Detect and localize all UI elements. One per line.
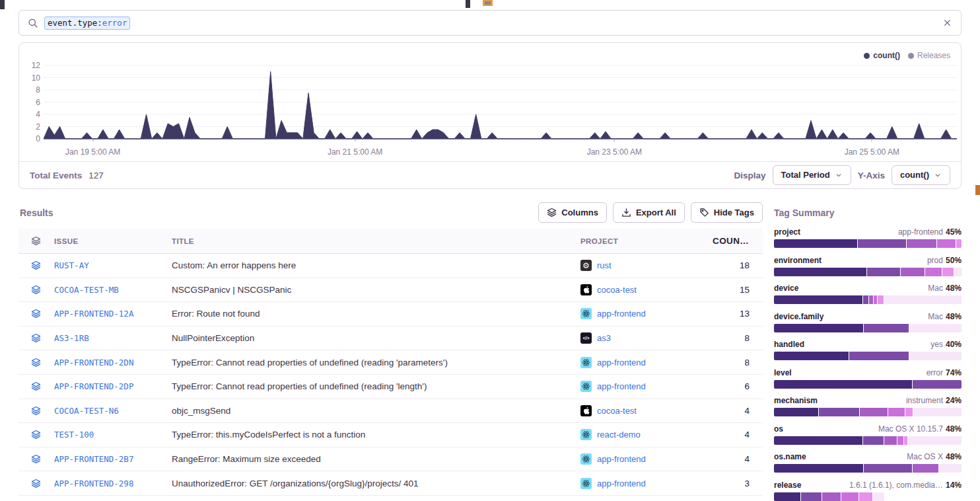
project-link[interactable]: ⚙rust <box>580 260 710 271</box>
tag-bar-segment[interactable] <box>954 268 962 276</box>
legend-item-releases[interactable]: Releases <box>908 51 950 60</box>
search-query-token[interactable]: event.type:error <box>44 17 130 30</box>
tag-bar-segment[interactable] <box>864 464 912 473</box>
column-header-count[interactable]: COUNT() ↓ <box>711 236 763 246</box>
project-link[interactable]: app-frontend <box>580 453 710 465</box>
issue-link[interactable]: COCOA-TEST-MB <box>54 285 119 295</box>
tag-bar-segment[interactable] <box>909 352 962 360</box>
tag-bar-segment[interactable] <box>897 436 903 445</box>
tag-bar-segment[interactable] <box>905 408 913 416</box>
issue-link[interactable]: COCOA-TEST-N6 <box>54 406 119 416</box>
legend-item-count[interactable]: count() <box>864 51 900 60</box>
tag-bar-segment[interactable] <box>909 324 962 332</box>
tag-bar-segment[interactable] <box>869 295 873 304</box>
tag-distribution-bar[interactable] <box>774 436 962 445</box>
yaxis-dropdown[interactable]: count() <box>892 165 950 185</box>
tag-distribution-bar[interactable] <box>774 408 962 416</box>
issue-link[interactable]: APP-FRONTEND-2DN <box>54 358 133 367</box>
tag-top-percent: 48% <box>946 424 962 434</box>
tag-bar-segment[interactable] <box>864 324 909 332</box>
project-link[interactable]: react-demo <box>580 429 710 440</box>
table-row: APP-FRONTEND-12AError: Route not foundap… <box>18 302 763 327</box>
tag-bar-segment[interactable] <box>860 408 888 416</box>
display-dropdown[interactable]: Total Period <box>773 165 851 185</box>
tag-bar-segment[interactable] <box>888 408 905 416</box>
project-link[interactable]: app-frontend <box>580 478 710 489</box>
search-bar[interactable]: event.type:error <box>18 10 962 36</box>
tag-distribution-bar[interactable] <box>774 239 962 248</box>
tag-bar-segment[interactable] <box>858 239 906 248</box>
issue-link[interactable]: APP-FRONTEND-12A <box>54 309 133 319</box>
tag-distribution-bar[interactable] <box>774 492 962 501</box>
tag-bar-segment[interactable] <box>907 239 936 248</box>
tag-bar-segment[interactable] <box>913 408 962 416</box>
tag-bar-segment[interactable] <box>774 436 862 445</box>
tag-bar-segment[interactable] <box>908 436 962 445</box>
tag-distribution-bar[interactable] <box>774 295 962 304</box>
tag-bar-segment[interactable] <box>937 239 956 248</box>
close-icon[interactable] <box>942 18 952 28</box>
project-link[interactable]: </>as3 <box>580 332 710 344</box>
tag-bar-segment[interactable] <box>801 492 822 501</box>
tag-bar-segment[interactable] <box>939 464 962 473</box>
tag-bar-segment[interactable] <box>884 436 897 445</box>
tag-bar-segment[interactable] <box>867 268 900 276</box>
tag-bar-segment[interactable] <box>925 268 942 276</box>
tag-bar-segment[interactable] <box>859 492 872 501</box>
tag-bar-segment[interactable] <box>774 324 863 332</box>
project-name: app-frontend <box>597 479 646 488</box>
tag-bar-segment[interactable] <box>878 295 883 304</box>
tag-bar-segment[interactable] <box>913 380 962 389</box>
tag-bar-segment[interactable] <box>904 436 908 445</box>
tag-bar-segment[interactable] <box>956 239 962 248</box>
issue-link[interactable]: TEST-100 <box>54 430 94 440</box>
tag-bar-segment[interactable] <box>849 352 909 360</box>
tag-bar-segment[interactable] <box>863 436 884 445</box>
hide-tags-button[interactable]: Hide Tags <box>691 202 763 223</box>
tag-distribution-bar[interactable] <box>774 324 962 332</box>
tag-distribution-bar[interactable] <box>774 380 962 389</box>
project-link[interactable]: cocoa-test <box>580 405 710 416</box>
tag-bar-segment[interactable] <box>774 295 862 304</box>
tag-bar-segment[interactable] <box>913 464 938 473</box>
tag-bar-segment[interactable] <box>774 408 818 416</box>
project-link[interactable]: app-frontend <box>580 357 710 368</box>
tag-bar-segment[interactable] <box>774 268 866 276</box>
results-heading: Results <box>20 208 53 218</box>
tag-bar-segment[interactable] <box>874 295 878 304</box>
issue-title: Custom: An error happens here <box>170 260 579 270</box>
project-link[interactable]: app-frontend <box>580 381 710 392</box>
column-header-project[interactable]: PROJECT <box>579 237 711 245</box>
issue-title: TypeError: Cannot read properties of und… <box>170 381 579 391</box>
tag-bar-segment[interactable] <box>774 239 857 248</box>
columns-button[interactable]: Columns <box>538 202 607 223</box>
project-link[interactable]: app-frontend <box>580 308 710 319</box>
tag-distribution-bar[interactable] <box>774 352 962 360</box>
tag-distribution-bar[interactable] <box>774 464 962 473</box>
tag-bar-segment[interactable] <box>822 492 841 501</box>
events-area-chart[interactable] <box>44 63 957 142</box>
tag-bar-segment[interactable] <box>819 408 859 416</box>
issue-link[interactable]: APP-FRONTEND-2DP <box>54 381 133 391</box>
tag-bar-segment[interactable] <box>841 492 858 501</box>
tag-bar-segment[interactable] <box>774 352 849 360</box>
issue-link[interactable]: APP-FRONTEND-2B7 <box>54 454 133 464</box>
tag-bar-segment[interactable] <box>942 268 954 276</box>
tag-bar-segment[interactable] <box>774 380 912 389</box>
tag-bar-segment[interactable] <box>901 268 925 276</box>
tag-bar-segment[interactable] <box>774 492 800 501</box>
column-header-title[interactable]: TITLE <box>170 237 579 245</box>
tag-top-value: 1.6.1 (1.6.1), com.media… <box>849 481 943 490</box>
tag-bar-segment[interactable] <box>873 492 884 501</box>
column-header-issue[interactable]: ISSUE <box>53 237 170 245</box>
export-all-button[interactable]: Export All <box>613 202 685 223</box>
button-label: Hide Tags <box>714 208 754 217</box>
project-link[interactable]: cocoa-test <box>580 284 710 295</box>
tag-distribution-bar[interactable] <box>774 268 962 276</box>
tag-bar-segment[interactable] <box>884 295 962 304</box>
issue-link[interactable]: AS3-1RB <box>54 333 89 343</box>
tag-bar-segment[interactable] <box>774 464 863 473</box>
issue-link[interactable]: RUST-AY <box>54 260 89 270</box>
issue-link[interactable]: APP-FRONTEND-298 <box>54 479 133 488</box>
tag-bar-segment[interactable] <box>863 295 868 304</box>
